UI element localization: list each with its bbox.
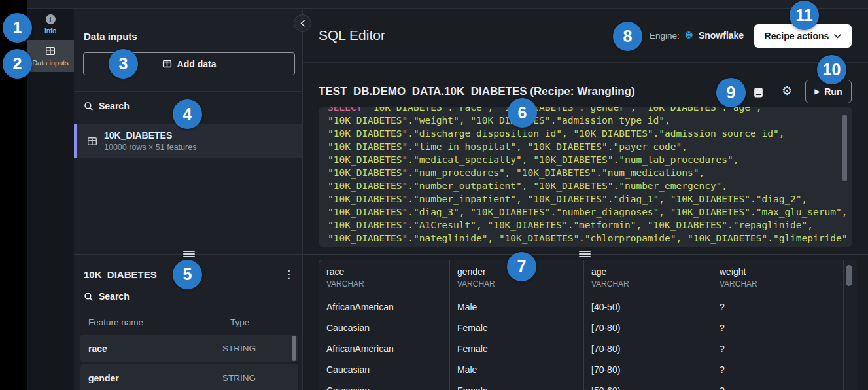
feature-type-column-header: Type (230, 317, 249, 327)
table-row[interactable]: AfricanAmerican Female [70-80) ? (319, 338, 857, 359)
sql-code-lines: SELECT "10K_DIABETES"."race", "10K_DIABE… (319, 107, 852, 245)
dataset-name: 10K_DIABETES (104, 130, 196, 141)
resize-handle[interactable] (183, 251, 195, 257)
annotation-badge-1: 1 (3, 13, 32, 43)
table-grid-icon (162, 59, 172, 69)
feature-row[interactable]: gender STRING (80, 364, 298, 390)
rail-item-info[interactable]: i Info (27, 9, 74, 40)
table-row[interactable]: Caucasian Female [50-60) ? (319, 380, 857, 390)
sql-line: "10K_DIABETES"."weight", "10K_DIABETES".… (328, 114, 843, 127)
annotation-badge-6: 6 (508, 98, 537, 128)
table-grid-icon (87, 136, 97, 147)
rail-item-info-label: Info (44, 27, 56, 35)
play-icon: ▶ (815, 88, 820, 95)
annotation-badge-7: 7 (507, 252, 536, 281)
recipe-actions-label: Recipe actions (765, 31, 829, 41)
app-window: { "rail": { "items": [ { "label": "Info"… (0, 0, 868, 390)
top-bar (27, 0, 868, 9)
dataset-list-item[interactable]: 10K_DIABETES 10000 rows × 51 features (74, 124, 302, 158)
preview-table-scrollbar[interactable] (846, 265, 852, 286)
dataset-meta: 10000 rows × 51 features (104, 143, 196, 152)
preview-column-header[interactable]: race VARCHAR (319, 260, 450, 296)
resize-handle[interactable] (579, 251, 591, 257)
feature-row[interactable]: race STRING (80, 335, 298, 362)
documentation-button[interactable] (752, 86, 765, 99)
left-icon-rail: i Info Data inputs (27, 9, 74, 390)
sql-line: "10K_DIABETES"."medical_specialty", "10K… (328, 153, 843, 166)
annotation-badge-5: 5 (173, 260, 202, 289)
feature-name: gender (80, 373, 222, 383)
features-search[interactable]: Search (84, 291, 130, 302)
chevron-down-icon (834, 34, 841, 39)
search-label: Search (99, 291, 130, 302)
data-inputs-title: Data inputs (84, 31, 137, 42)
preview-column-header[interactable]: age VARCHAR (584, 260, 712, 296)
data-preview-table: race VARCHAR gender VARCHAR age VARCHAR … (319, 260, 857, 390)
feature-type: STRING (222, 373, 256, 383)
preview-header-row: race VARCHAR gender VARCHAR age VARCHAR … (319, 260, 857, 296)
sql-line: "10K_DIABETES"."discharge_disposition_id… (328, 127, 843, 140)
sql-code-editor[interactable]: SELECT "10K_DIABETES"."race", "10K_DIABE… (319, 107, 852, 247)
rail-item-data-inputs[interactable]: Data inputs (27, 40, 74, 72)
sql-keyword: SELECT (328, 107, 362, 113)
features-scrollbar[interactable] (292, 336, 296, 361)
data-inputs-search[interactable]: Search (84, 101, 130, 111)
feature-name: race (80, 344, 222, 354)
code-scrollbar[interactable] (842, 115, 847, 181)
sql-line: "10K_DIABETES"."number_inpatient", "10K_… (328, 192, 843, 205)
run-label: Run (824, 86, 842, 97)
feature-name-column-header: Feature name (88, 317, 143, 327)
annotation-badge-4: 4 (173, 99, 202, 129)
engine-indicator: Engine: ❄ Snowflake (650, 29, 744, 41)
add-data-label: Add data (177, 59, 217, 69)
settings-gear-icon[interactable]: ⚙ (780, 84, 793, 98)
table-row[interactable]: AfricanAmerican Male [40-50) ? (319, 296, 857, 317)
snowflake-logo-icon: ❄ (684, 29, 694, 41)
feature-type: STRING (222, 344, 256, 353)
annotation-badge-2: 2 (3, 49, 32, 79)
page-title: SQL Editor (319, 27, 385, 43)
search-icon (84, 292, 94, 302)
features-panel-title: 10K_DIABETES (84, 269, 157, 280)
preview-column-header[interactable]: weight VARCHAR (712, 260, 844, 296)
engine-label: Engine: (650, 31, 680, 41)
recipe-title: TEST_DB.DEMO_DATA.10K_DIABETES (Recipe: … (319, 85, 635, 98)
sql-line: "10K_DIABETES"."diag_3", "10K_DIABETES".… (328, 205, 843, 219)
engine-name: Snowflake (699, 30, 744, 41)
sql-line: "10K_DIABETES"."A1Cresult", "10K_DIABETE… (328, 219, 843, 232)
table-grid-icon (45, 46, 56, 56)
divider (74, 91, 302, 92)
search-label: Search (99, 101, 130, 111)
panel-divider-vertical (302, 9, 303, 390)
chevron-left-icon (300, 20, 305, 27)
annotation-badge-11: 11 (790, 1, 819, 30)
rail-item-data-inputs-label: Data inputs (32, 59, 69, 67)
annotation-badge-10: 10 (817, 55, 846, 84)
kebab-menu-icon[interactable]: ⋮ (283, 268, 294, 281)
info-icon: i (46, 14, 56, 24)
sql-line: "10K_DIABETES"."number_outpatient", "10K… (328, 179, 843, 192)
collapse-sidebar-button[interactable] (294, 14, 311, 32)
table-row[interactable]: Caucasian Male [70-80) ? (319, 359, 857, 380)
sql-line: "10K_DIABETES"."nateglinide", "10K_DIABE… (328, 232, 843, 245)
annotation-badge-9: 9 (716, 78, 746, 107)
table-row[interactable]: Caucasian Female [70-80) ? (319, 317, 857, 338)
sql-line: "10K_DIABETES"."time_in_hospital", "10K_… (328, 140, 843, 153)
sql-line: "10K_DIABETES"."num_procedures", "10K_DI… (328, 166, 843, 179)
annotation-badge-8: 8 (613, 22, 642, 51)
search-icon (84, 101, 94, 111)
annotation-badge-3: 3 (109, 49, 138, 79)
divider (303, 62, 868, 63)
